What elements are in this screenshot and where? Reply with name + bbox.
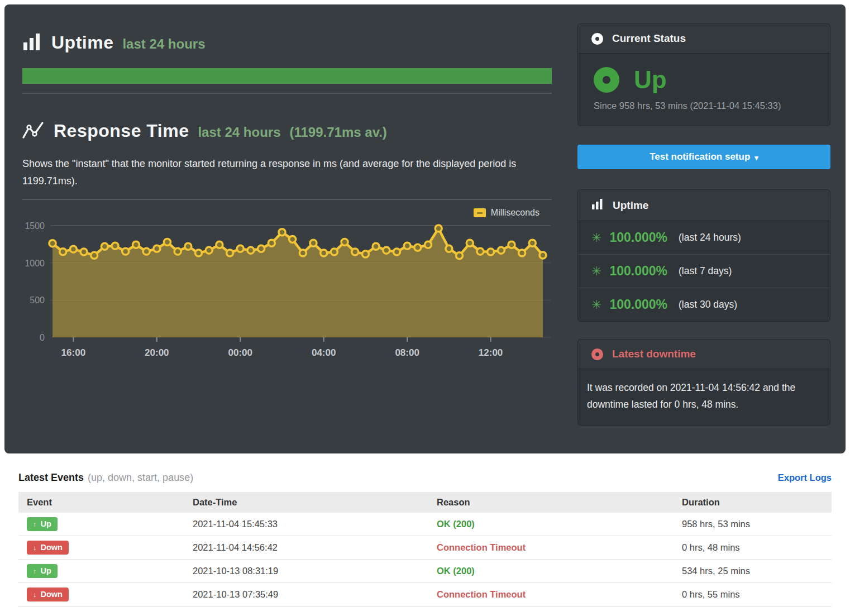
status-record-icon	[591, 33, 603, 45]
column-header-date-time: Date-Time	[184, 492, 428, 513]
caret-down-icon: ▾	[755, 154, 758, 162]
chart-point	[383, 247, 390, 254]
x-axis-label: 12:00	[479, 347, 503, 358]
current-status-header: Current Status	[578, 24, 830, 54]
chart-point	[456, 252, 463, 259]
chart-point	[539, 252, 546, 259]
chart-point	[488, 249, 494, 255]
event-datetime: 2021-10-13 07:35:49	[184, 583, 428, 607]
table-row: ↓Down 2021-10-13 07:35:49 Connection Tim…	[18, 583, 832, 607]
uptime-card: Uptime ✳ 100.000% (last 24 hours) ✳ 100.…	[577, 189, 830, 322]
main-column: Uptime last 24 hours Response Time last …	[22, 4, 556, 453]
chart-point	[529, 240, 536, 246]
chart-point	[174, 248, 181, 255]
event-arrow-icon: ↑	[33, 567, 37, 575]
chart-point	[258, 245, 265, 252]
table-row: ↓Down 2021-11-04 14:56:42 Connection Tim…	[18, 536, 832, 560]
event-reason: OK (200)	[437, 566, 475, 576]
chart-point	[132, 241, 139, 248]
uptime-bar	[22, 68, 552, 84]
events-table-header-row: EventDate-TimeReasonDuration	[18, 492, 832, 513]
chart-point	[299, 250, 306, 256]
milliseconds-swatch-icon	[474, 208, 486, 217]
chart-point	[80, 249, 87, 255]
chart-point	[477, 248, 484, 255]
uptime-section-header: Uptime last 24 hours	[22, 32, 552, 54]
latest-downtime-text: It was recorded on 2021-11-04 14:56:42 a…	[578, 369, 830, 425]
uptime-row: ✳ 100.000% (last 7 days)	[578, 255, 830, 288]
events-subtitle: (up, down, start, pause)	[88, 472, 193, 484]
export-logs-link[interactable]: Export Logs	[778, 472, 832, 483]
event-datetime: 2021-10-13 08:31:19	[184, 560, 428, 583]
chart-point	[237, 245, 243, 252]
event-badge: ↑Up	[27, 517, 58, 531]
chart-point	[101, 243, 108, 250]
chart-point	[508, 241, 515, 248]
chart-point	[362, 251, 369, 257]
y-axis-label: 1500	[25, 221, 45, 231]
column-header-event: Event	[18, 492, 184, 513]
events-table: EventDate-TimeReasonDuration ↑Up 2021-11…	[18, 492, 832, 607]
x-axis-label: 08:00	[395, 347, 419, 358]
chart-point	[352, 249, 359, 255]
x-axis-label: 16:00	[61, 347, 85, 358]
current-status-label: Current Status	[612, 32, 686, 45]
burst-icon: ✳	[591, 299, 601, 311]
line-chart-icon	[22, 121, 45, 143]
chart-point	[310, 240, 317, 246]
y-axis-label: 0	[40, 333, 45, 342]
bar-chart-icon-small	[591, 198, 604, 212]
response-section-header: Response Time last 24 hours (1199.71ms a…	[22, 121, 552, 143]
y-axis-label: 1000	[25, 259, 45, 268]
chart-point	[227, 250, 233, 256]
event-duration: 0 hrs, 55 mins	[674, 583, 832, 607]
up-status-icon	[594, 67, 619, 93]
chart-point	[331, 249, 337, 255]
event-badge-label: Down	[41, 590, 63, 599]
chart-point	[373, 243, 379, 250]
chart-point	[49, 240, 56, 247]
uptime-card-label: Uptime	[613, 199, 648, 212]
uptime-percentage: 100.000%	[609, 230, 667, 245]
current-status-body: Up Since 958 hrs, 53 mins (2021-11-04 15…	[578, 54, 830, 126]
sidebar: Current Status Up Since 958 hrs, 53 mins…	[577, 4, 830, 453]
test-notification-button[interactable]: Test notification setup ▾	[577, 145, 830, 169]
chart-point	[143, 248, 150, 255]
bar-chart-icon	[22, 32, 42, 54]
event-arrow-icon: ↓	[33, 590, 37, 599]
chart-point	[466, 240, 473, 246]
latest-downtime-label: Latest downtime	[612, 348, 696, 360]
status-since: Since 958 hrs, 53 mins (2021-11-04 15:45…	[594, 101, 814, 111]
status-state: Up	[634, 66, 667, 94]
column-header-duration: Duration	[674, 492, 832, 513]
response-average: (1199.71ms av.)	[290, 125, 387, 140]
chart-point	[195, 250, 202, 256]
latest-downtime-header: Latest downtime	[578, 340, 830, 369]
chart-legend: Milliseconds	[22, 208, 552, 218]
uptime-title: Uptime	[51, 32, 113, 53]
y-axis-label: 500	[30, 295, 45, 305]
chart-point	[60, 249, 66, 255]
response-time-chart: 05001000150016:0020:0000:0004:0008:0012:…	[22, 218, 556, 361]
divider	[22, 199, 552, 200]
events-title: Latest Events	[18, 472, 84, 484]
event-reason: OK (200)	[437, 519, 475, 529]
uptime-rows: ✳ 100.000% (last 24 hours) ✳ 100.000% (l…	[578, 221, 830, 321]
event-datetime: 2021-11-04 14:56:42	[184, 536, 428, 560]
uptime-row: ✳ 100.000% (last 30 days)	[578, 288, 830, 321]
event-badge-label: Up	[41, 519, 51, 528]
uptime-period: (last 7 days)	[679, 265, 732, 277]
event-arrow-icon: ↓	[33, 543, 37, 552]
response-title: Response Time	[54, 121, 189, 141]
chart-point	[425, 241, 432, 248]
event-badge: ↑Up	[27, 564, 58, 578]
event-duration: 534 hrs, 25 mins	[674, 560, 832, 583]
chart-point	[122, 248, 129, 255]
uptime-percentage: 100.000%	[609, 297, 667, 312]
event-datetime: 2021-11-04 15:45:33	[184, 513, 428, 536]
chart-point	[279, 229, 285, 236]
chart-point	[268, 240, 275, 246]
burst-icon: ✳	[591, 265, 601, 278]
chart-point	[185, 243, 192, 250]
chart-point	[519, 250, 526, 256]
